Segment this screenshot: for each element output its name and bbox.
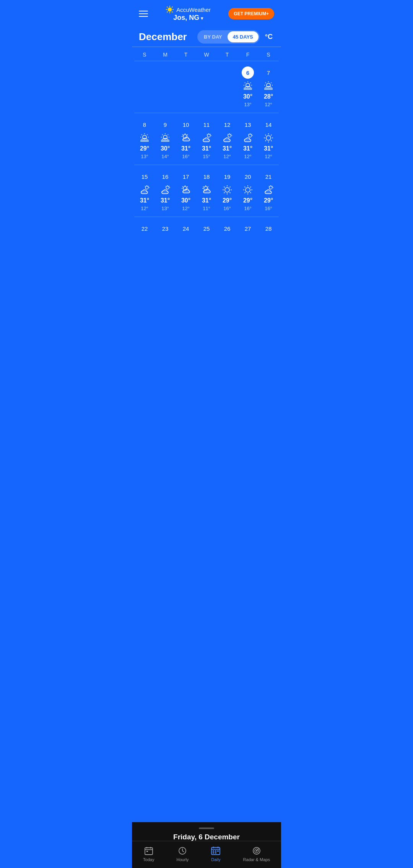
header: AccuWeather Jos, NG ▾ GET PREMIUM+ [132, 0, 281, 26]
calendar-day[interactable]: 21 29°16° [258, 169, 279, 213]
location-text: Jos, NG [173, 14, 199, 22]
calendar-day[interactable]: 18 31°11° [196, 169, 217, 213]
calendar-day[interactable]: 11 31°15° [196, 117, 217, 161]
hi-temp: 31° [202, 197, 211, 204]
svg-line-79 [166, 186, 166, 186]
day-number: 22 [138, 222, 151, 235]
lo-temp: 15° [203, 154, 210, 159]
calendar-day[interactable]: 25 [196, 221, 217, 252]
location-row[interactable]: Jos, NG ▾ [173, 14, 203, 22]
calendar-day: 0 [134, 65, 155, 109]
hi-temp: 29° [223, 197, 232, 204]
calendar-day[interactable]: 15 31°12° [134, 169, 155, 213]
svg-line-44 [182, 134, 183, 135]
svg-line-27 [147, 134, 148, 135]
svg-line-105 [250, 192, 251, 193]
calendar-day: 0 [196, 65, 217, 109]
day-weather-icon [180, 132, 192, 144]
nav-daily[interactable]: Daily [207, 844, 224, 863]
hi-temp: 30° [161, 145, 170, 152]
svg-line-55 [228, 134, 228, 134]
hi-temp: 28° [264, 93, 273, 100]
calendar-day[interactable]: 24 [176, 221, 196, 252]
svg-line-35 [168, 134, 169, 135]
unit-toggle[interactable]: °C [263, 33, 274, 41]
svg-point-70 [145, 186, 148, 189]
calendar-day[interactable]: 26 [217, 221, 237, 252]
calendar-day[interactable]: 7 28°12° [258, 65, 279, 109]
day-header-mon: M [155, 50, 176, 59]
svg-point-90 [225, 188, 229, 192]
day-number: 27 [242, 222, 254, 235]
premium-button[interactable]: GET PREMIUM+ [228, 8, 274, 19]
calendar-day[interactable]: 13 31°12° [237, 117, 258, 161]
day-number: 19 [221, 170, 233, 183]
hi-temp: 29° [140, 145, 149, 152]
accuweather-logo: AccuWeather [166, 5, 211, 14]
day-weather-icon [138, 132, 151, 144]
svg-line-53 [231, 134, 231, 134]
svg-line-77 [169, 186, 169, 186]
calendar-day[interactable]: 23 [155, 221, 176, 252]
calendar-day[interactable]: 22 [134, 221, 155, 252]
calendar-day[interactable]: 16 31°13° [155, 169, 176, 213]
day-header-fri: F [237, 50, 258, 59]
lo-temp: 12° [223, 154, 231, 159]
hi-temp: 29° [243, 197, 252, 204]
svg-line-69 [265, 140, 266, 141]
hi-temp: 31° [161, 197, 170, 204]
day-header-sun: S [134, 50, 155, 59]
lo-temp: 16° [265, 206, 272, 211]
svg-line-13 [245, 83, 246, 83]
hi-temp: 30° [243, 93, 252, 100]
day-weather-icon [221, 132, 233, 144]
calendar-day[interactable]: 9 30°14° [155, 117, 176, 161]
daily-label: Daily [211, 857, 220, 862]
by-day-toggle[interactable]: BY DAY [198, 31, 228, 42]
day-header-wed: W [196, 50, 217, 59]
hourly-label: Hourly [177, 857, 189, 862]
day-header-thu: T [217, 50, 237, 59]
calendar-day[interactable]: 27 [237, 221, 258, 252]
svg-line-82 [187, 186, 188, 187]
calendar-day[interactable]: 12 31°12° [217, 117, 237, 161]
svg-line-48 [210, 134, 211, 134]
lo-temp: 12° [265, 102, 272, 107]
nav-radar[interactable]: Radar & Maps [239, 844, 274, 863]
day-weather-icon [200, 132, 213, 144]
45-days-toggle[interactable]: 45 DAYS [228, 31, 259, 42]
svg-line-21 [265, 83, 266, 83]
svg-line-106 [250, 187, 251, 188]
nav-today[interactable]: Today [139, 844, 158, 863]
menu-button[interactable] [139, 11, 148, 17]
bottom-nav: Today Hourly Daily Radar & M [132, 841, 281, 868]
svg-line-107 [245, 192, 246, 193]
lo-temp: 12° [244, 154, 252, 159]
hi-temp: 30° [181, 197, 190, 204]
lo-temp: 12° [141, 206, 148, 211]
calendar-week-3: 22232425262728 [134, 217, 279, 256]
day-weather-icon [221, 184, 233, 196]
calendar-day[interactable]: 6 30°13° [237, 65, 258, 109]
day-number: 10 [180, 118, 192, 131]
svg-point-61 [266, 136, 271, 140]
calendar-day[interactable]: 19 29°16° [217, 169, 237, 213]
calendar-day[interactable]: 14 31°12° [258, 117, 279, 161]
nav-hourly[interactable]: Hourly [173, 844, 193, 863]
lo-temp: 16° [244, 206, 252, 211]
calendar-day[interactable]: 17 30°12° [176, 169, 196, 213]
svg-point-56 [249, 134, 252, 137]
svg-line-104 [245, 187, 246, 188]
calendar-day[interactable]: 20 29°16° [237, 169, 258, 213]
svg-line-37 [162, 134, 163, 135]
svg-line-88 [203, 186, 204, 187]
hi-temp: 31° [181, 145, 190, 152]
day-number: 13 [242, 118, 254, 131]
calendar-day[interactable]: 8 29°13° [134, 117, 155, 161]
day-weather-icon [180, 184, 192, 196]
svg-point-0 [168, 8, 172, 11]
svg-line-7 [172, 7, 173, 8]
day-number: 17 [180, 170, 192, 183]
calendar-day[interactable]: 10 31°16° [176, 117, 196, 161]
calendar-day[interactable]: 28 [258, 221, 279, 252]
